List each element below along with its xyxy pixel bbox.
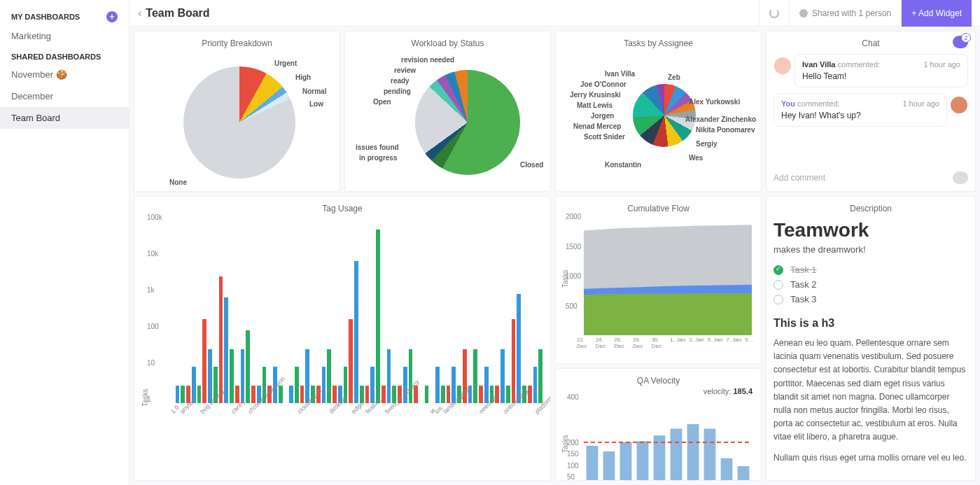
sidebar-item[interactable]: Marketing <box>0 25 129 47</box>
widget-priority-breakdown[interactable]: Priority Breakdown UrgentHighNormalLowNo… <box>134 31 340 192</box>
bar <box>327 349 331 403</box>
bar <box>202 319 206 403</box>
task-row[interactable]: Task 2 <box>774 279 968 290</box>
widget-title: Description <box>774 204 968 213</box>
bar <box>637 441 649 481</box>
widget-description[interactable]: Description Teamwork makes the dreamwork… <box>766 196 976 481</box>
velocity-value: 185.4 <box>733 387 752 395</box>
chart-label: Open <box>373 98 391 106</box>
widget-qa-velocity[interactable]: QA Velocity velocity: 185.4 Tasks 501001… <box>555 368 762 481</box>
bar <box>512 319 516 403</box>
widget-title: Workload by Status <box>352 38 543 48</box>
bar <box>441 386 445 403</box>
widget-chat[interactable]: Chat 2 Ivan Villa commented:1 hour ago H… <box>766 31 976 192</box>
x-tick: 9… <box>745 337 762 343</box>
chart-label: review <box>394 66 416 74</box>
description-paragraph: Aenean eu leo quam. Pellentesque ornare … <box>774 337 968 444</box>
bar <box>721 458 733 481</box>
x-tick: 22. Dec <box>577 337 594 349</box>
sidebar-item[interactable]: November 🍪 <box>0 64 129 85</box>
flow-chart <box>584 216 752 335</box>
x-tick: 7. Jan <box>726 337 743 343</box>
sidebar: MY DASHBOARDS + Marketing SHARED DASHBOA… <box>0 0 130 485</box>
bar <box>587 446 598 481</box>
add-widget-button[interactable]: + Add Widget <box>901 0 972 27</box>
bar <box>224 297 228 403</box>
bar <box>506 386 510 403</box>
chart-label: Joe O'Connor <box>580 80 626 88</box>
velocity-label: velocity: <box>704 387 732 395</box>
widget-tag-usage[interactable]: Tag Usage Tasks 1101001k10k100k 1.0anyte… <box>134 196 551 481</box>
bar <box>704 429 716 482</box>
share-button[interactable]: Shared with 1 person <box>789 0 901 27</box>
page-title: Team Board <box>146 7 759 20</box>
x-tick: 30. Dec <box>652 337 668 349</box>
widget-cumulative-flow[interactable]: Cumulative Flow Tasks 500100015002000 22… <box>555 196 762 364</box>
chart-label: Wes <box>689 154 703 162</box>
y-tick: 1 <box>147 395 151 403</box>
chat-action: commented: <box>838 60 881 69</box>
bar <box>241 349 245 403</box>
bar <box>305 349 309 403</box>
bar <box>349 319 353 403</box>
y-tick: 200 <box>567 439 579 447</box>
widget-title: QA Velocity <box>563 376 754 386</box>
chat-input[interactable]: Add comment <box>774 171 968 184</box>
chat-time: 1 hour ago <box>923 60 960 69</box>
topbar: ‹ Team Board Shared with 1 person + Add … <box>130 0 980 27</box>
bar <box>517 294 521 403</box>
description-heading: Teamwork <box>774 219 968 241</box>
task-row[interactable]: Task 3 <box>774 294 968 304</box>
chat-author: You <box>781 99 795 108</box>
widget-tasks-by-assignee[interactable]: Tasks by Assignee Ivan VillaJoe O'Connor… <box>555 31 762 192</box>
add-dashboard-icon[interactable]: + <box>106 11 118 22</box>
pie-chart <box>415 70 520 175</box>
bar <box>230 349 234 403</box>
chart-label: ready <box>391 77 410 85</box>
task-checkbox[interactable] <box>774 295 783 304</box>
chart-label: Scott Snider <box>584 133 625 141</box>
send-icon[interactable] <box>953 171 968 184</box>
task-checkbox[interactable] <box>774 280 783 290</box>
y-tick: 50 <box>567 473 575 481</box>
widget-workload-by-status[interactable]: Workload by Status Closedin progressissu… <box>344 31 551 192</box>
sidebar-item[interactable]: December <box>0 85 129 107</box>
chart-label: Jorgen <box>591 112 614 120</box>
chart-label: Jerry Krusinski <box>570 91 621 99</box>
chart-label: pending <box>384 87 411 95</box>
y-tick: 10 <box>147 359 155 367</box>
x-tick: 28. Dec <box>633 337 650 349</box>
task-label: Task 1 <box>790 265 817 275</box>
description-paragraph: Nullam quis risus eget urna mollis ornar… <box>774 451 968 465</box>
chart-label: Urgent <box>274 59 297 67</box>
refresh-icon <box>769 8 779 18</box>
task-row[interactable]: Task 1 <box>774 265 968 275</box>
bar <box>484 367 489 403</box>
my-dashboards-header: MY DASHBOARDS + <box>0 6 129 25</box>
y-tick: 100 <box>147 323 159 330</box>
y-tick: 400 <box>567 393 579 401</box>
chat-message: You commented:1 hour ago Hey Ivan! What'… <box>774 93 947 127</box>
sidebar-item[interactable]: Team Board <box>0 107 129 129</box>
widget-title: Tasks by Assignee <box>563 38 754 48</box>
chart-label: High <box>295 73 311 81</box>
qa-chart <box>584 397 752 481</box>
widget-title: Cumulative Flow <box>563 204 754 213</box>
refresh-button[interactable] <box>759 0 789 27</box>
chat-icon[interactable]: 2 <box>953 36 968 48</box>
bar <box>219 276 223 403</box>
y-tick: 500 <box>566 302 578 310</box>
widget-title: Chat <box>774 38 968 48</box>
bar <box>687 424 699 481</box>
chat-time: 1 hour ago <box>902 99 939 108</box>
main: ‹ Team Board Shared with 1 person + Add … <box>130 0 980 485</box>
task-checkbox[interactable] <box>774 265 783 275</box>
y-tick: 2000 <box>566 213 581 220</box>
chart-label: Closed <box>520 161 543 169</box>
area-series <box>584 293 752 335</box>
bar <box>365 386 370 403</box>
chart-label: Ivan Villa <box>605 70 635 78</box>
y-tick: 10k <box>147 250 158 258</box>
description-subtitle: makes the dreamwork! <box>774 244 968 255</box>
back-icon[interactable]: ‹ <box>138 7 141 20</box>
